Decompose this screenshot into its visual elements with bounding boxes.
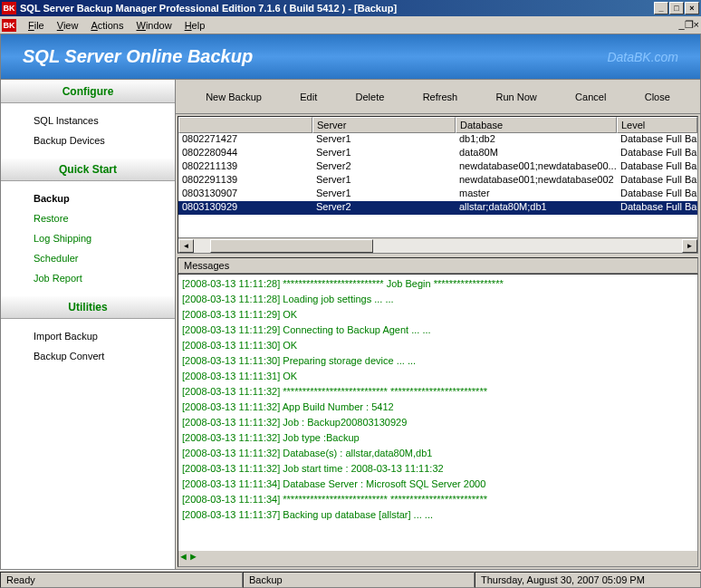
menu-window[interactable]: Window xyxy=(130,18,178,33)
close-button-toolbar[interactable]: Close xyxy=(638,88,677,106)
cell: data80M xyxy=(456,147,617,160)
log-line: [2008-03-13 11:11:28] Loading job settin… xyxy=(182,292,694,307)
messages-hscrollbar[interactable]: ◄ ► xyxy=(178,551,697,566)
log-line: [2008-03-13 11:11:30] OK xyxy=(182,338,694,353)
refresh-button[interactable]: Refresh xyxy=(416,88,466,106)
new-backup-button[interactable]: New Backup xyxy=(198,88,269,106)
messages-label: Messages xyxy=(178,257,698,274)
cell: db1;db2 xyxy=(456,133,617,147)
cell: Database Full Backup xyxy=(617,188,697,201)
banner: SQL Server Online Backup DataBK.com xyxy=(0,34,701,80)
log-line: [2008-03-13 11:11:37] Backing up databas… xyxy=(182,507,694,523)
scroll-right-icon[interactable]: ► xyxy=(682,239,697,253)
minimize-button[interactable]: _ xyxy=(654,2,668,14)
log-line: [2008-03-13 11:11:32] Database(s) : alls… xyxy=(182,446,694,461)
cell: Server1 xyxy=(312,188,456,201)
cancel-button[interactable]: Cancel xyxy=(568,88,613,106)
cell: 0802291139 xyxy=(178,174,312,188)
log-line: [2008-03-13 11:11:32] Job : Backup200803… xyxy=(182,415,694,430)
sidebar-header-quickstart[interactable]: Quick Start xyxy=(1,158,175,181)
sidebar-header-configure[interactable]: Configure xyxy=(1,80,175,103)
scroll-left-icon[interactable]: ◄ xyxy=(178,551,188,566)
log-line: [2008-03-13 11:11:32] App Build Number :… xyxy=(182,400,694,415)
sidebar: Configure SQL Instances Backup Devices Q… xyxy=(0,80,176,570)
log-line: [2008-03-13 11:11:32] ******************… xyxy=(182,384,694,400)
banner-link[interactable]: DataBK.com xyxy=(607,50,678,64)
window-buttons: _ □ × xyxy=(653,2,699,14)
sidebar-item-backup-devices[interactable]: Backup Devices xyxy=(34,130,175,150)
content: New Backup Edit Delete Refresh Run Now C… xyxy=(176,80,701,570)
cell: 0803130929 xyxy=(178,201,312,215)
cell: 0802211139 xyxy=(178,160,312,174)
messages-panel[interactable]: [2008-03-13 11:11:28] ******************… xyxy=(178,274,698,567)
sidebar-item-scheduler[interactable]: Scheduler xyxy=(34,248,175,268)
maximize-button[interactable]: □ xyxy=(669,2,684,14)
menu-file[interactable]: File xyxy=(22,18,51,33)
table-row[interactable]: 0802280944Server1data80MDatabase Full Ba… xyxy=(178,147,697,160)
scroll-thumb[interactable] xyxy=(210,239,373,253)
titlebar: BK SQL Server Backup Manager Professiona… xyxy=(0,0,701,16)
sidebar-item-import-backup[interactable]: Import Backup xyxy=(34,326,175,346)
menu-help[interactable]: Help xyxy=(178,18,212,33)
log-line: [2008-03-13 11:11:29] OK xyxy=(182,307,694,323)
sidebar-item-restore[interactable]: Restore xyxy=(34,208,175,228)
log-line: [2008-03-13 11:11:32] Job start time : 2… xyxy=(182,461,694,477)
sidebar-item-sql-instances[interactable]: SQL Instances xyxy=(34,111,175,130)
cell: Database Full Backup xyxy=(617,160,697,174)
cell: 0802280944 xyxy=(178,147,312,160)
grid-hscrollbar[interactable]: ◄ ► xyxy=(178,237,697,253)
edit-button[interactable]: Edit xyxy=(293,88,324,106)
grid-col-id[interactable] xyxy=(178,117,312,133)
cell: master xyxy=(456,188,617,201)
delete-button[interactable]: Delete xyxy=(349,88,392,106)
sidebar-header-utilities[interactable]: Utilities xyxy=(1,295,175,319)
sidebar-group-quickstart: Backup Restore Log Shipping Scheduler Jo… xyxy=(1,181,175,295)
status-ready: Ready xyxy=(0,572,243,588)
main-area: Configure SQL Instances Backup Devices Q… xyxy=(0,80,701,570)
mdi-restore-button[interactable]: ❐ xyxy=(685,19,694,31)
table-row[interactable]: 0803130929Server2allstar;data80M;db1Data… xyxy=(178,201,697,215)
cell: Server1 xyxy=(312,174,456,188)
statusbar: Ready Backup Thursday, August 30, 2007 0… xyxy=(0,570,701,588)
status-context: Backup xyxy=(243,572,475,588)
mdi-close-button[interactable]: × xyxy=(694,19,699,31)
cell: Server1 xyxy=(312,147,456,160)
close-button[interactable]: × xyxy=(685,2,699,14)
scroll-track[interactable] xyxy=(194,239,682,253)
window-title: SQL Server Backup Manager Professional E… xyxy=(20,3,653,14)
table-row[interactable]: 0802271427Server1db1;db2Database Full Ba… xyxy=(178,133,697,147)
cell: Database Full Backup xyxy=(617,133,697,147)
grid-header: Server Database Level xyxy=(178,117,697,133)
menu-view[interactable]: View xyxy=(51,18,85,33)
banner-title: SQL Server Online Backup xyxy=(23,46,607,67)
toolbar: New Backup Edit Delete Refresh Run Now C… xyxy=(176,80,700,114)
menu-actions[interactable]: Actions xyxy=(84,18,130,33)
scroll-right-icon[interactable]: ► xyxy=(188,551,198,566)
grid-col-level[interactable]: Level xyxy=(617,117,697,133)
sidebar-group-utilities: Import Backup Backup Convert xyxy=(1,319,175,373)
run-now-button[interactable]: Run Now xyxy=(489,88,544,106)
grid-col-server[interactable]: Server xyxy=(312,117,456,133)
cell: allstar;data80M;db1 xyxy=(456,201,617,215)
sidebar-item-log-shipping[interactable]: Log Shipping xyxy=(34,228,175,248)
cell: Server2 xyxy=(312,160,456,174)
cell: Database Full Backup xyxy=(617,147,697,160)
sidebar-item-backup[interactable]: Backup xyxy=(34,188,175,208)
backup-grid[interactable]: Server Database Level 0802271427Server1d… xyxy=(178,116,698,254)
mdi-icon: BK xyxy=(2,19,16,32)
table-row[interactable]: 0803130907Server1masterDatabase Full Bac… xyxy=(178,188,697,201)
log-line: [2008-03-13 11:11:32] Job type :Backup xyxy=(182,430,694,446)
log-line: [2008-03-13 11:11:34] ******************… xyxy=(182,492,694,507)
log-line: [2008-03-13 11:11:30] Preparing storage … xyxy=(182,353,694,369)
sidebar-item-backup-convert[interactable]: Backup Convert xyxy=(34,346,175,366)
sidebar-item-job-report[interactable]: Job Report xyxy=(34,268,175,288)
scroll-left-icon[interactable]: ◄ xyxy=(178,239,194,253)
cell: newdatabase001;newdatabase002 xyxy=(456,174,617,188)
cell: 0803130907 xyxy=(178,188,312,201)
table-row[interactable]: 0802211139Server2newdatabase001;newdatab… xyxy=(178,160,697,174)
grid-col-database[interactable]: Database xyxy=(456,117,617,133)
table-row[interactable]: 0802291139Server1newdatabase001;newdatab… xyxy=(178,174,697,188)
menubar: BK File View Actions Window Help _ ❐ × xyxy=(0,16,701,34)
mdi-buttons: _ ❐ × xyxy=(678,19,699,31)
cell: newdatabase001;newdatabase00... xyxy=(456,160,617,174)
